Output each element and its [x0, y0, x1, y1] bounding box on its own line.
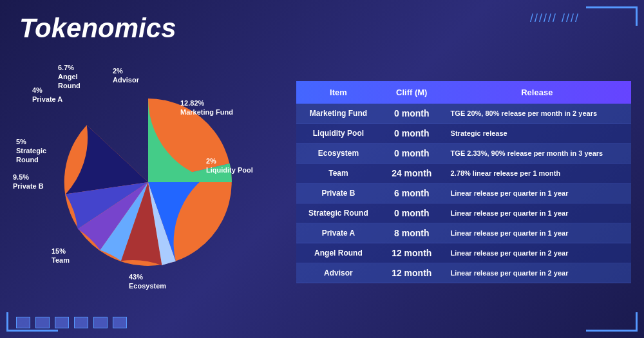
cell-release: Linear release per quarter in 1 year — [443, 223, 631, 243]
label-ecosystem: 43%Ecosystem — [129, 272, 166, 291]
cell-item: Team — [296, 164, 381, 183]
cell-cliff: 0 month — [381, 203, 443, 223]
label-privatea: 4%Private A — [32, 86, 62, 104]
table-row: Private B 6 month Linear release per qua… — [296, 183, 631, 203]
label-advisor: 2%Advisor — [113, 66, 139, 85]
cell-release: Strategic release — [443, 124, 631, 144]
dot-3 — [55, 317, 69, 328]
table-row: Team 24 month 2.78% linear release per 1… — [296, 164, 631, 183]
dot-2 — [35, 317, 50, 328]
col-header-item: Item — [296, 81, 381, 104]
corner-decoration-br — [586, 312, 638, 332]
cell-release: Linear release per quarter in 2 year — [443, 243, 631, 263]
cell-item: Angel Round — [296, 243, 381, 263]
cell-release: Linear release per quarter in 1 year — [443, 183, 631, 203]
cell-item: Strategic Round — [296, 203, 381, 223]
table-body: Marketing Fund 0 month TGE 20%, 80% rele… — [296, 104, 631, 283]
page-title: Tokenomics — [19, 13, 176, 44]
cell-item: Private A — [296, 223, 381, 243]
tokenomics-table: Item Cliff (M) Release Marketing Fund 0 … — [296, 81, 631, 283]
main-content: 2%Advisor 6.7%AngelRound 4%Private A 5%S… — [13, 52, 631, 312]
cell-release: 2.78% linear release per 1 month — [443, 164, 631, 183]
cell-item: Marketing Fund — [296, 104, 381, 124]
cell-cliff: 12 month — [381, 243, 443, 263]
label-marketing: 12.82%Marketing Fund — [180, 99, 233, 117]
col-header-release: Release — [443, 81, 631, 104]
table-row: Private A 8 month Linear release per qua… — [296, 223, 631, 243]
data-table: Item Cliff (M) Release Marketing Fund 0 … — [296, 81, 631, 283]
cell-cliff: 0 month — [381, 144, 443, 164]
table-row: Liquidity Pool 0 month Strategic release — [296, 124, 631, 144]
cell-item: Private B — [296, 183, 381, 203]
cell-cliff: 0 month — [381, 104, 443, 124]
dot-4 — [74, 317, 88, 328]
cell-cliff: 12 month — [381, 263, 443, 283]
cell-item: Liquidity Pool — [296, 124, 381, 144]
label-strategic: 5%StrategicRound — [16, 137, 46, 165]
table-row: Advisor 12 month Linear release per quar… — [296, 263, 631, 283]
dot-5 — [93, 317, 108, 328]
table-row: Angel Round 12 month Linear release per … — [296, 243, 631, 263]
cell-cliff: 8 month — [381, 223, 443, 243]
dot-6 — [113, 317, 127, 328]
label-liquidity: 2%Liquidity Pool — [206, 156, 253, 175]
label-team: 15%Team — [52, 247, 70, 265]
cell-cliff: 0 month — [381, 124, 443, 144]
cell-release: Linear release per quarter in 2 year — [443, 263, 631, 283]
table-row: Marketing Fund 0 month TGE 20%, 80% rele… — [296, 104, 631, 124]
col-header-cliff: Cliff (M) — [381, 81, 443, 104]
cell-release: TGE 20%, 80% release per month in 2 year… — [443, 104, 631, 124]
dot-indicators — [16, 317, 127, 328]
table-row: Strategic Round 0 month Linear release p… — [296, 203, 631, 223]
dot-1 — [16, 317, 30, 328]
cell-item: Ecosystem — [296, 144, 381, 164]
cell-release: Linear release per quarter in 1 year — [443, 203, 631, 223]
chart-area: 2%Advisor 6.7%AngelRound 4%Private A 5%S… — [13, 60, 283, 305]
corner-decoration-tr — [586, 6, 638, 26]
table-row: Ecosystem 0 month TGE 2.33%, 90% release… — [296, 144, 631, 164]
cell-cliff: 24 month — [381, 164, 443, 183]
label-privateb: 9.5%Private B — [13, 173, 44, 191]
cell-item: Advisor — [296, 263, 381, 283]
cell-release: TGE 2.33%, 90% release per month in 3 ye… — [443, 144, 631, 164]
table-header-row: Item Cliff (M) Release — [296, 81, 631, 104]
cell-cliff: 6 month — [381, 183, 443, 203]
hash-decoration: ////// //// — [530, 12, 580, 25]
